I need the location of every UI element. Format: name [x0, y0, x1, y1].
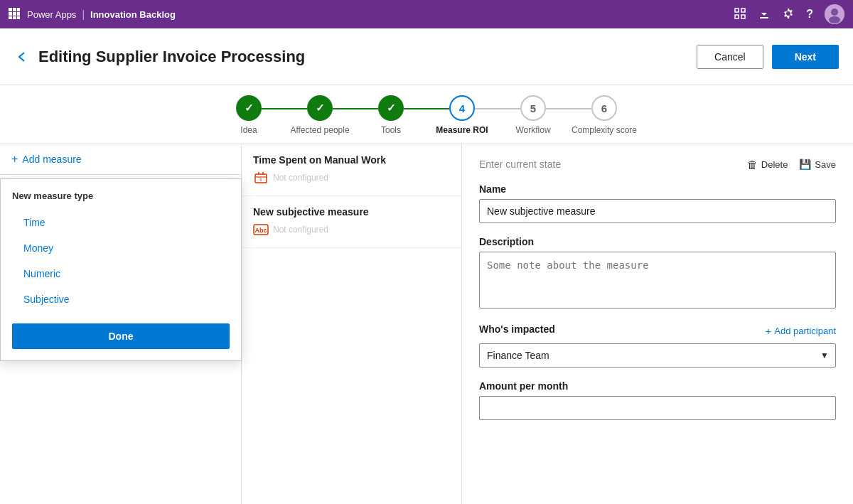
svg-rect-4: [13, 12, 16, 16]
measure-card-time[interactable]: Time Spent on Manual Work $ Not configur…: [242, 144, 461, 196]
download-icon[interactable]: [758, 7, 771, 22]
measure-type-dropdown: New measure type Time Money Numeric Subj…: [0, 178, 242, 361]
right-panel-actions: 🗑 Delete 💾 Save: [747, 159, 836, 171]
abc-icon: Abc: [253, 222, 269, 237]
dropdown-option-numeric[interactable]: Numeric: [1, 261, 241, 286]
trash-icon: 🗑: [747, 159, 758, 171]
steps-bar: ✓ Idea ✓ Affected people ✓ Tools 4 Measu…: [0, 85, 853, 144]
header-row: Editing Supplier Invoice Processing Canc…: [0, 28, 853, 85]
step-measure-roi-label: Measure ROI: [436, 125, 488, 136]
back-button[interactable]: [14, 49, 30, 65]
description-textarea[interactable]: [479, 252, 836, 309]
header-actions: Cancel Next: [697, 45, 839, 69]
svg-rect-10: [741, 9, 745, 12]
next-button[interactable]: Next: [772, 45, 839, 69]
plus-icon: +: [11, 153, 18, 166]
svg-text:$: $: [260, 178, 262, 182]
dropdown-option-subjective[interactable]: Subjective: [1, 286, 241, 312]
step-workflow-circle: 5: [520, 95, 546, 121]
step-complexity: 6 Complexity score: [569, 95, 640, 136]
project-name: Innovation Backlog: [90, 9, 176, 20]
whos-impacted-label: Who's impacted: [479, 323, 555, 335]
participant-select[interactable]: Finance Team: [479, 343, 836, 368]
add-measure-button[interactable]: + Add measure: [0, 144, 241, 175]
svg-rect-1: [13, 8, 16, 11]
whos-impacted-field: Who's impacted + Add participant Finance…: [479, 323, 836, 368]
topbar-pipe: |: [82, 9, 85, 20]
amount-label: Amount per month: [479, 380, 836, 392]
svg-rect-6: [9, 16, 12, 19]
step-workflow-label: Workflow: [515, 125, 550, 136]
step-affected-label: Affected people: [290, 125, 349, 136]
step-idea-circle: ✓: [236, 95, 262, 121]
grid-icon[interactable]: [9, 8, 20, 21]
name-input[interactable]: [479, 199, 836, 223]
enter-state-label: Enter current state: [479, 159, 561, 170]
delete-button[interactable]: 🗑 Delete: [747, 159, 788, 171]
enter-state-row: Enter current state 🗑 Delete 💾 Save: [479, 159, 836, 171]
svg-rect-7: [13, 16, 16, 19]
save-button[interactable]: 💾 Save: [799, 159, 836, 170]
svg-rect-2: [17, 8, 20, 11]
step-complexity-circle: 6: [591, 95, 617, 121]
name-label: Name: [479, 183, 836, 195]
topbar-actions: ?: [734, 4, 844, 24]
right-panel: Enter current state 🗑 Delete 💾 Save Name…: [462, 144, 853, 504]
user-avatar[interactable]: [825, 4, 844, 24]
save-label: Save: [815, 159, 836, 170]
dropdown-option-money[interactable]: Money: [1, 235, 241, 261]
time-icon: $: [253, 170, 269, 186]
svg-point-15: [829, 16, 840, 23]
svg-rect-9: [735, 9, 739, 12]
fit-screen-icon[interactable]: [734, 7, 746, 22]
step-tools: ✓ Tools: [355, 95, 426, 136]
amount-field: Amount per month: [479, 380, 836, 420]
measure-card-subjective[interactable]: New subjective measure Abc Not configure…: [242, 196, 461, 248]
step-measure-roi-circle: 4: [449, 95, 475, 121]
step-idea-label: Idea: [240, 125, 257, 136]
step-workflow: 5 Workflow: [498, 95, 569, 136]
step-tools-circle: ✓: [378, 95, 404, 121]
powerapps-label: Power Apps: [27, 9, 76, 20]
step-tools-label: Tools: [381, 125, 401, 136]
participant-select-wrapper: Finance Team ▼: [479, 343, 836, 368]
topbar: Power Apps | Innovation Backlog ?: [0, 0, 853, 28]
step-idea: ✓ Idea: [213, 95, 284, 136]
step-measure-roi: 4 Measure ROI: [426, 95, 498, 136]
step-affected-circle: ✓: [307, 95, 333, 121]
middle-panel: Time Spent on Manual Work $ Not configur…: [242, 144, 462, 504]
dropdown-option-time[interactable]: Time: [1, 210, 241, 235]
amount-input[interactable]: [479, 396, 836, 420]
add-participant-label: Add participant: [774, 326, 836, 336]
help-icon[interactable]: ?: [806, 8, 813, 21]
dropdown-title: New measure type: [1, 191, 241, 210]
page-title: Editing Supplier Invoice Processing: [38, 48, 697, 66]
measure-card-subjective-status-text: Not configured: [273, 225, 328, 235]
add-participant-button[interactable]: + Add participant: [766, 325, 837, 337]
delete-label: Delete: [761, 159, 788, 170]
add-participant-plus-icon: +: [766, 325, 772, 337]
step-affected: ✓ Affected people: [284, 95, 355, 136]
whos-impacted-row: Who's impacted + Add participant: [479, 323, 836, 339]
step-complexity-label: Complexity score: [572, 125, 637, 136]
add-measure-label: Add measure: [22, 154, 81, 165]
svg-text:Abc: Abc: [254, 227, 267, 234]
svg-rect-3: [9, 12, 12, 16]
measure-card-time-title: Time Spent on Manual Work: [253, 154, 450, 166]
svg-point-14: [831, 9, 838, 16]
cancel-button[interactable]: Cancel: [697, 45, 763, 69]
svg-rect-12: [741, 15, 745, 18]
svg-rect-11: [735, 15, 739, 18]
settings-icon[interactable]: [782, 7, 795, 22]
measure-card-time-status: $ Not configured: [253, 170, 450, 186]
name-field: Name: [479, 183, 836, 223]
svg-rect-5: [17, 12, 20, 16]
measure-card-subjective-status: Abc Not configured: [253, 222, 450, 237]
measure-card-time-status-text: Not configured: [273, 173, 328, 183]
description-field: Description: [479, 236, 836, 311]
dropdown-done-button[interactable]: Done: [12, 323, 230, 349]
main-area: + Add measure Sug Tim Mo Nu Sub New meas…: [0, 144, 853, 504]
description-label: Description: [479, 236, 836, 247]
measure-card-subjective-title: New subjective measure: [253, 206, 450, 218]
svg-rect-8: [17, 16, 20, 19]
